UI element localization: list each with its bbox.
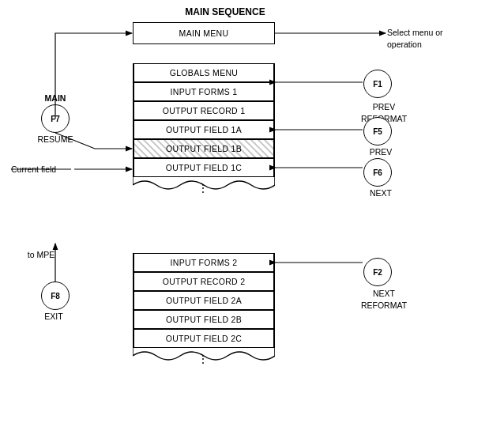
main-sequence-title: MAIN SEQUENCE bbox=[146, 6, 304, 17]
main-label: MAIN bbox=[36, 93, 74, 103]
resume-label: RESUME bbox=[32, 134, 79, 144]
group2-left-border bbox=[133, 253, 134, 348]
input-forms-1-box: INPUT FORMS 1 bbox=[133, 82, 275, 101]
f5-circle[interactable]: F5 bbox=[363, 117, 392, 145]
f1-circle[interactable]: F1 bbox=[363, 70, 392, 98]
f7-circle[interactable]: F7 bbox=[41, 104, 70, 133]
f8-circle[interactable]: F8 bbox=[41, 282, 70, 310]
exit-label: EXIT bbox=[35, 312, 73, 321]
output-field-2c-box: OUTPUT FIELD 2C bbox=[133, 329, 275, 348]
output-record-1-box: OUTPUT RECORD 1 bbox=[133, 101, 275, 120]
output-field-2b-box: OUTPUT FIELD 2B bbox=[133, 310, 275, 329]
next-reformat-label: NEXT REFORMAT bbox=[357, 288, 411, 311]
svg-text:⋮: ⋮ bbox=[197, 353, 209, 364]
next-label: NEXT bbox=[362, 188, 400, 198]
input-forms-2-box: INPUT FORMS 2 bbox=[133, 253, 275, 272]
wavy-1: ⋮ bbox=[133, 177, 275, 193]
current-field-label: Current field bbox=[11, 164, 74, 174]
diagram: MAIN SEQUENCE MAIN MENU GLOBALS MENU INP… bbox=[0, 0, 504, 427]
f6-circle[interactable]: F6 bbox=[363, 158, 392, 187]
output-record-2-box: OUTPUT RECORD 2 bbox=[133, 272, 275, 291]
select-menu-label: Select menu or operation bbox=[387, 27, 474, 50]
output-field-1a-box: OUTPUT FIELD 1A bbox=[133, 120, 275, 139]
output-field-2a-box: OUTPUT FIELD 2A bbox=[133, 291, 275, 310]
group1-left-border bbox=[133, 63, 134, 177]
output-field-1b-box: OUTPUT FIELD 1B bbox=[133, 139, 275, 158]
wavy-2: ⋮ bbox=[133, 348, 275, 364]
f2-circle[interactable]: F2 bbox=[363, 258, 392, 286]
prev-label: PREV bbox=[362, 147, 400, 157]
svg-text:⋮: ⋮ bbox=[197, 182, 209, 193]
group2-right-border bbox=[273, 253, 275, 348]
to-mpe-label: to MPE bbox=[17, 250, 65, 259]
globals-menu-box: GLOBALS MENU bbox=[133, 63, 275, 82]
group1-right-border bbox=[273, 63, 275, 177]
main-menu-box: MAIN MENU bbox=[133, 22, 275, 44]
output-field-1c-box: OUTPUT FIELD 1C bbox=[133, 158, 275, 177]
